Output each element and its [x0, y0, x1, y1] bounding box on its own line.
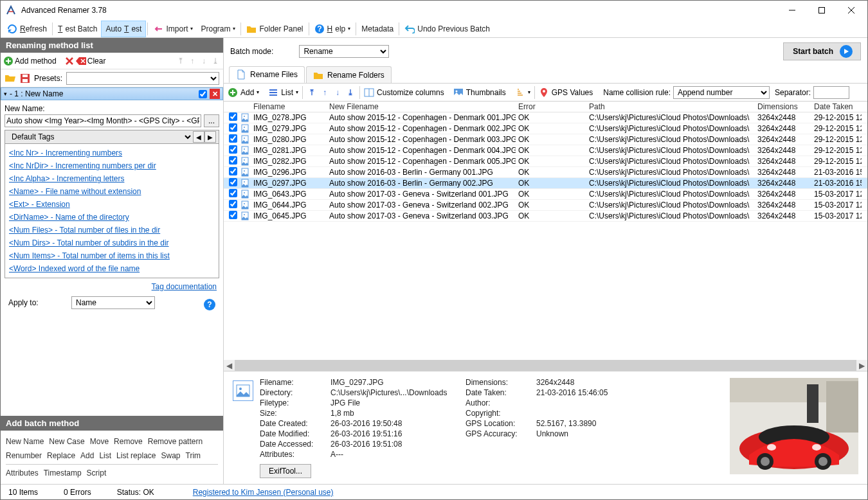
registration-link[interactable]: Registered to Kim Jensen (Personal use)	[193, 488, 334, 497]
metadata-button[interactable]: Metadata	[357, 21, 397, 37]
batch-method-item[interactable]: Renumber	[6, 451, 42, 460]
row-checkbox[interactable]	[229, 156, 237, 165]
help-button[interactable]: ?Help▾	[311, 21, 355, 37]
arrow-top-icon[interactable]: ⤒	[176, 56, 186, 66]
batch-mode-select[interactable]: Rename	[299, 45, 389, 58]
batch-method-item[interactable]: List	[99, 451, 111, 460]
batch-method-item[interactable]: Remove	[114, 437, 143, 446]
tag-link[interactable]: <Word> Indexed word of the file name	[9, 262, 215, 275]
folder-panel-button[interactable]: Folder Panel	[242, 21, 307, 37]
method-header[interactable]: ▾ - 1 : New Name ✕	[1, 87, 223, 100]
table-row[interactable]: IMG_0296.JPG Auto show 2016-03 - Berlin …	[224, 167, 867, 178]
add-method-button[interactable]: Add method	[15, 57, 57, 66]
clear-button[interactable]: Clear	[87, 57, 106, 66]
start-batch-button[interactable]: Start batch	[783, 42, 861, 60]
minimize-button[interactable]	[777, 1, 807, 20]
batch-method-item[interactable]: Add	[80, 451, 94, 460]
arrow-down-icon[interactable]: ↓	[332, 87, 343, 98]
table-row[interactable]: IMG_0644.JPG Auto show 2017-03 - Geneva …	[224, 200, 867, 211]
detail-label: Author:	[466, 398, 536, 407]
row-checkbox[interactable]	[229, 200, 237, 208]
batch-method-item[interactable]: Attributes	[6, 469, 39, 478]
row-checkbox[interactable]	[229, 211, 237, 219]
presets-select[interactable]	[66, 72, 219, 85]
method-help-icon[interactable]: ?	[204, 299, 215, 310]
tag-link[interactable]: <Inc NrDir> - Incrementing numbers per d…	[9, 159, 215, 172]
table-row[interactable]: IMG_0280.JPG Auto show 2015-12 - Copenha…	[224, 134, 867, 145]
tag-link[interactable]: <Name> - File name without extension	[9, 185, 215, 198]
tags-prev-button[interactable]: ◀	[193, 131, 204, 143]
batch-method-item[interactable]: List replace	[116, 451, 156, 460]
tag-link[interactable]: <Inc Alpha> - Incrementing letters	[9, 172, 215, 185]
delete-x-icon[interactable]	[64, 56, 75, 66]
applyto-select[interactable]: Name	[71, 296, 155, 309]
tag-link[interactable]: <Num Dirs> - Total number of subdirs in …	[9, 237, 215, 249]
detail-label: Date Modified:	[260, 429, 330, 438]
folder-open-icon[interactable]	[5, 73, 16, 84]
tag-link[interactable]: <Ext> - Extension	[9, 198, 215, 211]
customize-columns-button[interactable]: Customize columns	[377, 88, 444, 97]
row-checkbox[interactable]	[229, 145, 237, 154]
undo-batch-button[interactable]: Undo Previous Batch	[401, 21, 494, 37]
batch-method-item[interactable]: Trim	[186, 451, 201, 460]
tab-rename-folders[interactable]: Rename Folders	[306, 66, 392, 83]
tag-link[interactable]: <Inc Nr> - Incrementing numbers	[9, 147, 215, 159]
arrow-up-icon[interactable]: ↑	[187, 56, 197, 66]
arrow-up-icon[interactable]: ↑	[320, 87, 330, 98]
tab-rename-files[interactable]: Rename Files	[229, 66, 305, 83]
tag-link[interactable]: <Num Items> - Total number of items in t…	[9, 249, 215, 262]
row-checkbox[interactable]	[229, 189, 237, 197]
batch-method-item[interactable]: Swap	[161, 451, 180, 460]
tag-doc-link[interactable]: Tag documentation	[152, 282, 217, 291]
tag-link[interactable]: <Num Files> - Total number of files in t…	[9, 224, 215, 237]
refresh-button[interactable]: Refresh	[3, 21, 51, 37]
method-list-header: Renaming method list	[1, 38, 223, 53]
method-enable-checkbox[interactable]	[199, 90, 207, 98]
tags-next-button[interactable]: ▶	[204, 131, 216, 143]
batch-method-item[interactable]: New Name	[6, 437, 44, 446]
sort-icon[interactable]	[515, 87, 525, 98]
close-button[interactable]	[836, 1, 866, 20]
batch-method-item[interactable]: Remove pattern	[148, 437, 203, 446]
table-row[interactable]: IMG_0278.JPG Auto show 2015-12 - Copenha…	[224, 112, 867, 123]
row-checkbox[interactable]	[229, 123, 237, 132]
newname-more-button[interactable]: ...	[204, 114, 219, 127]
tag-link[interactable]: <DirName> - Name of the directory	[9, 211, 215, 224]
separator-input[interactable]	[813, 86, 849, 99]
gps-values-button[interactable]: GPS Values	[552, 88, 593, 97]
method-delete-button[interactable]: ✕	[210, 89, 220, 99]
exiftool-button[interactable]: ExifTool...	[260, 464, 311, 478]
arrow-top-icon[interactable]: ⤒	[307, 87, 317, 98]
table-row[interactable]: IMG_0282.JPG Auto show 2015-12 - Copenha…	[224, 156, 867, 167]
row-checkbox[interactable]	[229, 112, 237, 121]
table-row[interactable]: IMG_0643.JPG Auto show 2017-03 - Geneva …	[224, 189, 867, 200]
table-row[interactable]: IMG_0297.JPG Auto show 2016-03 - Berlin …	[224, 178, 867, 189]
table-row[interactable]: IMG_0645.JPG Auto show 2017-03 - Geneva …	[224, 211, 867, 222]
row-checkbox[interactable]	[229, 167, 237, 175]
batch-method-item[interactable]: Script	[87, 469, 107, 478]
auto-test-button[interactable]: Auto Test	[101, 21, 146, 37]
arrow-bottom-icon[interactable]: ⤓	[345, 87, 356, 98]
maximize-button[interactable]	[807, 1, 836, 20]
import-button[interactable]: Import▾	[149, 21, 197, 37]
add-button[interactable]: Add	[240, 88, 254, 97]
batch-method-item[interactable]: Replace	[47, 451, 75, 460]
tags-category-select[interactable]: Default Tags	[8, 130, 193, 143]
program-button[interactable]: Program▾	[197, 21, 239, 37]
batch-method-item[interactable]: Move	[90, 437, 109, 446]
batch-method-item[interactable]: New Case	[49, 437, 84, 446]
list-button[interactable]: List	[281, 88, 293, 97]
batch-method-item[interactable]: Timestamp	[44, 469, 82, 478]
newname-input[interactable]	[5, 114, 201, 127]
horizontal-scrollbar[interactable]: ◀▶	[224, 360, 867, 371]
collision-select[interactable]: Append number	[673, 86, 770, 99]
save-icon[interactable]	[20, 73, 30, 84]
test-batch-button[interactable]: Test Batch	[54, 21, 101, 37]
arrow-down-icon[interactable]: ↓	[199, 56, 209, 66]
thumbnails-button[interactable]: Thumbnails	[466, 88, 506, 97]
table-row[interactable]: IMG_0279.JPG Auto show 2015-12 - Copenha…	[224, 123, 867, 134]
arrow-bottom-icon[interactable]: ⤓	[210, 56, 221, 66]
table-row[interactable]: IMG_0281.JPG Auto show 2015-12 - Copenha…	[224, 145, 867, 156]
row-checkbox[interactable]	[229, 178, 237, 186]
row-checkbox[interactable]	[229, 134, 237, 143]
